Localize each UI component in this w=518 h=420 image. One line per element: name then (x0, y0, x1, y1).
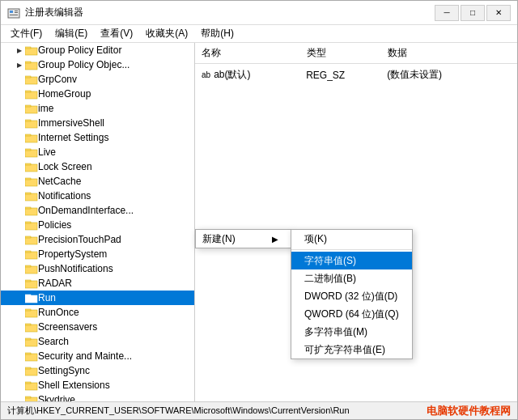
watermark: 电脑软硬件教程网 (427, 404, 511, 418)
values-header: 名称 类型 数据 (195, 43, 517, 64)
menu-file[interactable]: 文件(F) (4, 25, 49, 42)
svg-rect-2 (15, 11, 18, 11)
reg-value-row[interactable]: ab ab(默认) REG_SZ (数值未设置) (202, 67, 511, 83)
app-icon (7, 6, 20, 19)
submenu-separator (291, 249, 412, 250)
tree-label-notifications: Notifications (38, 190, 91, 202)
tree-label-homegroup: HomeGroup (38, 88, 91, 100)
svg-rect-54 (25, 397, 31, 398)
menu-bar: 文件(F) 编辑(E) 查看(V) 收藏夹(A) 帮助(H) (1, 25, 517, 43)
svg-rect-6 (25, 47, 31, 49)
tree-item-pushnotifications[interactable]: PushNotifications (1, 261, 194, 276)
menu-edit[interactable]: 编辑(E) (49, 25, 94, 42)
sub-item-string[interactable]: 字符串值(S) (291, 252, 412, 269)
tree-label-netcache: NetCache (38, 176, 81, 187)
tree-item-live[interactable]: Live (1, 145, 194, 159)
context-menu: 新建(N) ▶ (195, 229, 292, 248)
menu-view[interactable]: 查看(V) (94, 25, 139, 42)
svg-rect-43 (25, 325, 37, 332)
sub-item-multistring[interactable]: 多字符串值(M) (291, 323, 412, 341)
tree-item-skydrive[interactable]: Skydrive (1, 392, 194, 401)
sub-item-dword[interactable]: DWORD (32 位)值(D) (291, 287, 412, 305)
svg-rect-23 (25, 179, 37, 186)
svg-rect-47 (25, 354, 37, 361)
menu-favorites[interactable]: 收藏夹(A) (139, 25, 194, 42)
sub-label-dword: DWORD (32 位)值(D) (304, 290, 397, 303)
svg-rect-18 (25, 134, 31, 136)
svg-rect-49 (25, 368, 37, 375)
tree-label-skydrive: Skydrive (38, 394, 75, 401)
svg-rect-51 (25, 383, 37, 390)
tree-item-settingsync[interactable]: SettingSync (1, 363, 194, 378)
svg-rect-31 (25, 237, 37, 244)
folder-icon-gpe (25, 45, 38, 56)
tree-item-precisiontouchpad[interactable]: PrecisionTouchPad (1, 232, 194, 247)
sub-label-qword: QWORD (64 位)值(Q) (304, 308, 399, 321)
ctx-new-item[interactable]: 新建(N) ▶ (196, 230, 291, 248)
tree-label-settingsync: SettingSync (38, 365, 90, 376)
tree-label-live: Live (38, 146, 56, 158)
sub-item-qword[interactable]: QWORD (64 位)值(Q) (291, 305, 412, 323)
svg-rect-25 (25, 193, 37, 201)
tree-item-immersiveshell[interactable]: ImmersiveShell (1, 116, 194, 130)
sub-item-key[interactable]: 项(K) (291, 230, 412, 248)
tree-item-internetsettings[interactable]: Internet Settings (1, 130, 194, 145)
folder-icon-homegroup (25, 88, 38, 100)
tree-item-runonce[interactable]: RunOnce (1, 305, 194, 320)
svg-rect-17 (25, 135, 37, 142)
tree-item-ime[interactable]: ime (1, 101, 194, 116)
status-bar: 计算机\HKEY_CURRENT_USER\SOFTWARE\Microsoft… (1, 401, 517, 419)
tree-item-notifications[interactable]: Notifications (1, 189, 194, 203)
tree-item-shellextensions[interactable]: Shell Extensions (1, 378, 194, 392)
tree-item-policies[interactable]: Policies (1, 218, 194, 232)
svg-rect-32 (25, 236, 31, 238)
tree-item-screensavers[interactable]: Screensavers (1, 320, 194, 334)
folder-icon-internetsettings (25, 132, 38, 143)
svg-rect-26 (25, 193, 31, 194)
tree-item-search[interactable]: Search (1, 334, 194, 349)
svg-rect-22 (25, 163, 31, 165)
svg-rect-41 (25, 310, 37, 317)
expand-icon-gpo[interactable] (14, 59, 25, 70)
folder-icon-pushnotifications (25, 263, 38, 274)
svg-rect-46 (25, 338, 31, 340)
tree-item-homegroup[interactable]: HomeGroup (1, 87, 194, 101)
tree-label-ondemandinterface: OnDemandInterface... (38, 205, 134, 216)
menu-help[interactable]: 帮助(H) (194, 25, 240, 42)
svg-rect-14 (25, 105, 31, 107)
tree-item-grpconv[interactable]: GrpConv (1, 72, 194, 87)
close-button[interactable]: ✕ (486, 5, 511, 21)
sub-label-string: 字符串值(S) (304, 254, 356, 268)
tree-item-run[interactable]: Run (1, 291, 194, 305)
maximize-button[interactable]: □ (461, 5, 485, 21)
tree-item-gpo[interactable]: Group Policy Objec... (1, 57, 194, 72)
svg-rect-15 (25, 121, 37, 128)
svg-rect-38 (25, 280, 31, 282)
sub-item-binary[interactable]: 二进制值(B) (291, 269, 412, 287)
svg-rect-34 (25, 251, 31, 252)
tree-label-runonce: RunOnce (38, 307, 79, 318)
tree-item-netcache[interactable]: NetCache (1, 174, 194, 189)
tree-item-lockscreen[interactable]: Lock Screen (1, 159, 194, 174)
folder-icon-netcache (25, 176, 38, 187)
svg-rect-7 (25, 62, 37, 70)
tree-label-run: Run (38, 292, 56, 303)
minimize-button[interactable]: ─ (435, 5, 459, 21)
tree-item-propertysystem[interactable]: PropertySystem (1, 247, 194, 261)
folder-icon-shellextensions (25, 380, 38, 391)
tree-item-gpe[interactable]: Group Policy Editor (1, 43, 194, 57)
tree-item-ondemandinterface[interactable]: OnDemandInterface... (1, 203, 194, 218)
sub-item-expandstring[interactable]: 可扩充字符串值(E) (291, 341, 412, 358)
expand-icon-gpe[interactable] (14, 45, 25, 56)
svg-rect-9 (25, 77, 37, 84)
tree-item-securitymaint[interactable]: Security and Mainte... (1, 349, 194, 363)
tree-item-radar[interactable]: RADAR (1, 276, 194, 291)
folder-icon-run (25, 292, 38, 303)
svg-rect-48 (25, 353, 31, 354)
folder-icon-screensavers (25, 321, 38, 333)
title-bar-left: 注册表编辑器 (7, 6, 83, 19)
folder-icon-precisiontouchpad (25, 234, 38, 245)
svg-rect-19 (25, 150, 37, 157)
main-area: Group Policy Editor Group Policy Objec..… (1, 43, 517, 401)
svg-rect-33 (25, 252, 37, 259)
